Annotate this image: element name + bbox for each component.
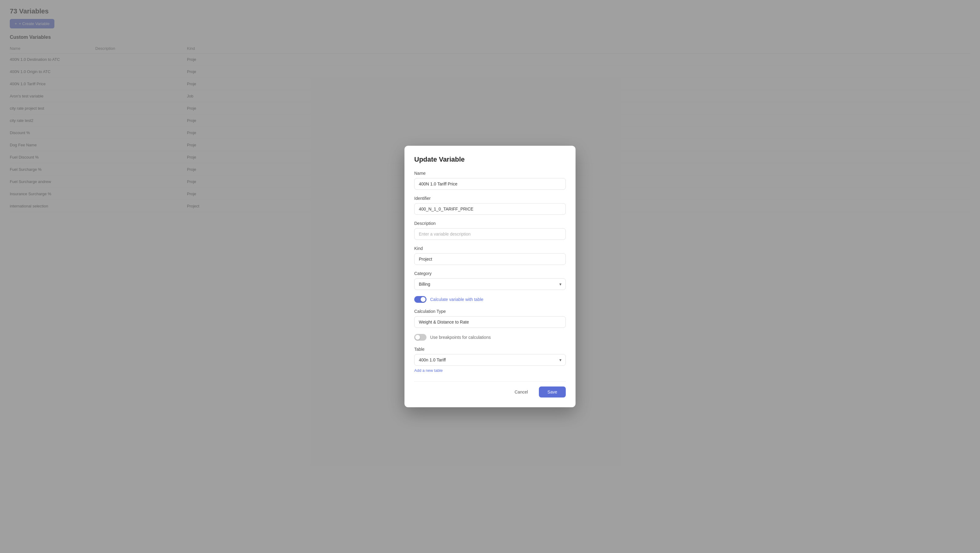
name-group: Name: [414, 171, 566, 190]
calc-type-input[interactable]: [414, 316, 566, 328]
save-button[interactable]: Save: [539, 386, 566, 397]
description-group: Description: [414, 221, 566, 240]
kind-group: Kind: [414, 246, 566, 265]
calc-table-label: Calculate variable with table: [430, 297, 483, 302]
name-label: Name: [414, 171, 566, 176]
calc-table-toggle-row: Calculate variable with table: [414, 296, 566, 303]
modal-footer: Cancel Save: [414, 381, 566, 397]
description-input[interactable]: [414, 228, 566, 240]
kind-label: Kind: [414, 246, 566, 251]
category-select[interactable]: Billing General Pricing: [414, 278, 566, 290]
toggle-knob: [415, 335, 420, 340]
category-group: Category Billing General Pricing ▾: [414, 271, 566, 290]
table-label: Table: [414, 347, 566, 352]
modal-overlay[interactable]: Update Variable Name Identifier Descript…: [0, 0, 980, 553]
calc-type-label: Calculation Type: [414, 309, 566, 314]
description-label: Description: [414, 221, 566, 226]
table-select[interactable]: 400n 1.0 Tariff: [414, 354, 566, 366]
update-variable-modal: Update Variable Name Identifier Descript…: [404, 146, 576, 407]
identifier-label: Identifier: [414, 196, 566, 201]
breakpoints-label: Use breakpoints for calculations: [430, 335, 491, 340]
table-group: Table 400n 1.0 Tariff ▾ Add a new table: [414, 347, 566, 373]
table-select-wrapper: 400n 1.0 Tariff ▾: [414, 354, 566, 366]
kind-input[interactable]: [414, 253, 566, 265]
category-label: Category: [414, 271, 566, 276]
category-select-wrapper: Billing General Pricing ▾: [414, 278, 566, 290]
breakpoints-toggle-row: Use breakpoints for calculations: [414, 334, 566, 341]
toggle-track: [414, 334, 426, 341]
add-table-link[interactable]: Add a new table: [414, 368, 443, 373]
cancel-button[interactable]: Cancel: [507, 386, 535, 397]
calc-table-toggle[interactable]: [414, 296, 426, 303]
identifier-group: Identifier: [414, 196, 566, 215]
toggle-knob: [421, 297, 426, 302]
calc-type-group: Calculation Type: [414, 309, 566, 328]
identifier-input[interactable]: [414, 203, 566, 215]
modal-title: Update Variable: [414, 156, 566, 163]
toggle-track: [414, 296, 426, 303]
name-input[interactable]: [414, 178, 566, 190]
breakpoints-toggle[interactable]: [414, 334, 426, 341]
